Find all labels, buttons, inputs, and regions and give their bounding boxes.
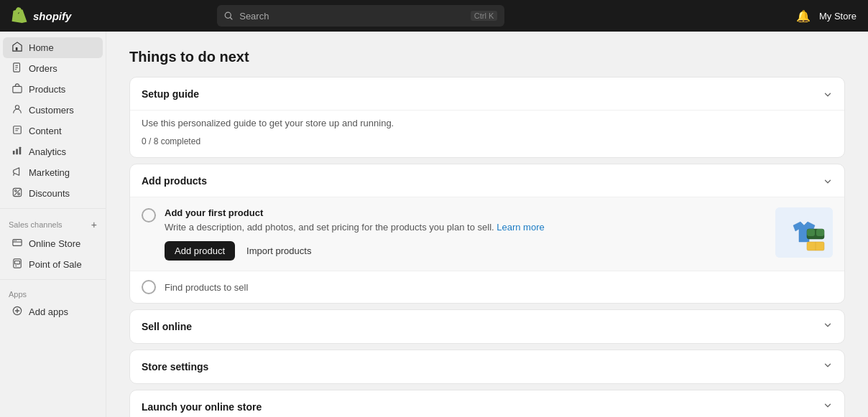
- search-icon: [224, 11, 234, 21]
- first-product-title: Add your first product: [165, 207, 767, 218]
- store-settings-card: Store settings: [129, 350, 845, 384]
- discounts-icon: [11, 187, 23, 200]
- add-products-title: Add products: [142, 175, 207, 187]
- store-settings-chevron-icon: [823, 360, 833, 373]
- find-products-task[interactable]: Find products to sell: [130, 271, 844, 303]
- first-product-checkbox[interactable]: [142, 208, 156, 222]
- setup-guide-chevron-icon: [823, 88, 833, 100]
- sidebar-item-online-store-label: Online Store: [29, 238, 80, 249]
- sidebar-item-analytics-label: Analytics: [29, 146, 66, 157]
- sell-online-header[interactable]: Sell online: [130, 310, 844, 343]
- svg-rect-6: [13, 86, 22, 93]
- svg-rect-31: [816, 229, 824, 236]
- sidebar-item-add-apps[interactable]: Add apps: [3, 301, 103, 322]
- add-apps-icon: [11, 306, 23, 318]
- svg-rect-1: [16, 47, 18, 50]
- sidebar-item-add-apps-label: Add apps: [29, 306, 68, 317]
- add-products-card: Add products Add your first product Writ…: [129, 164, 845, 304]
- page-title: Things to do next: [129, 49, 845, 65]
- sales-channels-label: Sales channels: [9, 220, 63, 229]
- setup-guide-body: Use this personalized guide to get your …: [130, 110, 844, 157]
- svg-rect-8: [14, 126, 22, 134]
- store-name[interactable]: My Store: [819, 11, 857, 22]
- svg-point-14: [15, 190, 17, 192]
- setup-guide-card: Setup guide Use this personalized guide …: [129, 77, 845, 158]
- sidebar-item-content-label: Content: [29, 126, 62, 136]
- sidebar-item-home-label: Home: [29, 42, 54, 53]
- notification-bell-icon[interactable]: 🔔: [796, 9, 811, 23]
- top-navigation: shopify Search Ctrl K 🔔 My Store: [0, 0, 868, 32]
- content-icon: [11, 125, 23, 137]
- sidebar-item-products[interactable]: Products: [3, 79, 103, 100]
- add-products-header[interactable]: Add products: [130, 164, 844, 197]
- search-placeholder: Search: [239, 11, 269, 22]
- online-store-icon: [11, 238, 23, 250]
- svg-rect-30: [807, 229, 815, 236]
- setup-guide-header[interactable]: Setup guide: [130, 78, 844, 110]
- sales-channels-header: Sales channels +: [0, 213, 106, 233]
- sidebar-item-content[interactable]: Content: [3, 121, 103, 141]
- add-products-body: Add your first product Write a descripti…: [130, 197, 844, 303]
- apps-header: Apps: [0, 284, 106, 301]
- app-body: Home Orders Products Customers Content: [0, 32, 868, 417]
- apps-label: Apps: [9, 290, 27, 299]
- svg-rect-13: [19, 147, 22, 155]
- import-products-button[interactable]: Import products: [241, 241, 317, 261]
- customers-icon: [11, 104, 23, 116]
- svg-point-20: [14, 240, 14, 241]
- sidebar: Home Orders Products Customers Content: [0, 32, 106, 417]
- sidebar-item-orders-label: Orders: [29, 63, 57, 74]
- add-products-chevron-icon: [823, 174, 833, 187]
- sidebar-item-home[interactable]: Home: [3, 37, 103, 58]
- product-illustration: [775, 207, 833, 258]
- sidebar-item-discounts[interactable]: Discounts: [3, 183, 103, 204]
- main-content: Things to do next Setup guide Use this p…: [106, 32, 868, 417]
- setup-guide-progress: 0 / 8 completed: [142, 136, 200, 146]
- svg-rect-23: [15, 261, 20, 264]
- launch-store-title: Launch your online store: [142, 401, 262, 413]
- sidebar-item-point-of-sale-label: Point of Sale: [29, 259, 82, 270]
- svg-rect-12: [16, 149, 18, 154]
- learn-more-link[interactable]: Learn more: [497, 222, 544, 233]
- sidebar-divider-2: [0, 279, 106, 280]
- home-icon: [11, 42, 23, 54]
- sidebar-item-customers-label: Customers: [29, 105, 74, 116]
- analytics-icon: [11, 146, 23, 158]
- store-settings-header[interactable]: Store settings: [130, 350, 844, 383]
- launch-store-chevron-icon: [823, 400, 833, 413]
- first-product-content: Add your first product Write a descripti…: [165, 207, 767, 261]
- product-illustration-svg: [775, 207, 833, 258]
- sidebar-item-analytics[interactable]: Analytics: [3, 141, 103, 162]
- shopify-logo-text: shopify: [33, 10, 71, 22]
- launch-store-header[interactable]: Launch your online store: [130, 390, 844, 417]
- sidebar-item-customers[interactable]: Customers: [3, 100, 103, 121]
- sell-online-title: Sell online: [142, 321, 192, 332]
- sidebar-item-orders[interactable]: Orders: [3, 58, 103, 79]
- sidebar-item-point-of-sale[interactable]: Point of Sale: [3, 254, 103, 275]
- point-of-sale-icon: [11, 258, 23, 271]
- top-nav-right: 🔔 My Store: [796, 9, 857, 23]
- svg-rect-11: [13, 151, 15, 154]
- find-products-title: Find products to sell: [165, 282, 248, 293]
- sidebar-divider-1: [0, 208, 106, 209]
- find-products-checkbox[interactable]: [142, 280, 156, 294]
- orders-icon: [11, 62, 23, 75]
- add-sales-channel-icon[interactable]: +: [91, 219, 97, 230]
- sell-online-card: Sell online: [129, 309, 845, 344]
- sidebar-item-online-store[interactable]: Online Store: [3, 233, 103, 254]
- sell-online-chevron-icon: [823, 320, 833, 333]
- add-first-product-task: Add your first product Write a descripti…: [130, 197, 844, 271]
- shopify-logo-icon: [11, 7, 29, 24]
- svg-point-15: [18, 193, 20, 195]
- add-product-button[interactable]: Add product: [165, 241, 235, 261]
- launch-store-card: Launch your online store: [129, 390, 845, 417]
- sidebar-item-marketing-label: Marketing: [29, 167, 70, 178]
- first-product-desc: Write a description, add photos, and set…: [165, 221, 767, 234]
- products-icon: [11, 83, 23, 95]
- marketing-icon: [11, 167, 23, 179]
- first-product-actions: Add product Import products: [165, 241, 767, 261]
- sidebar-item-marketing[interactable]: Marketing: [3, 162, 103, 183]
- search-bar[interactable]: Search Ctrl K: [217, 5, 504, 27]
- shopify-logo[interactable]: shopify: [11, 7, 71, 24]
- sidebar-item-products-label: Products: [29, 84, 65, 95]
